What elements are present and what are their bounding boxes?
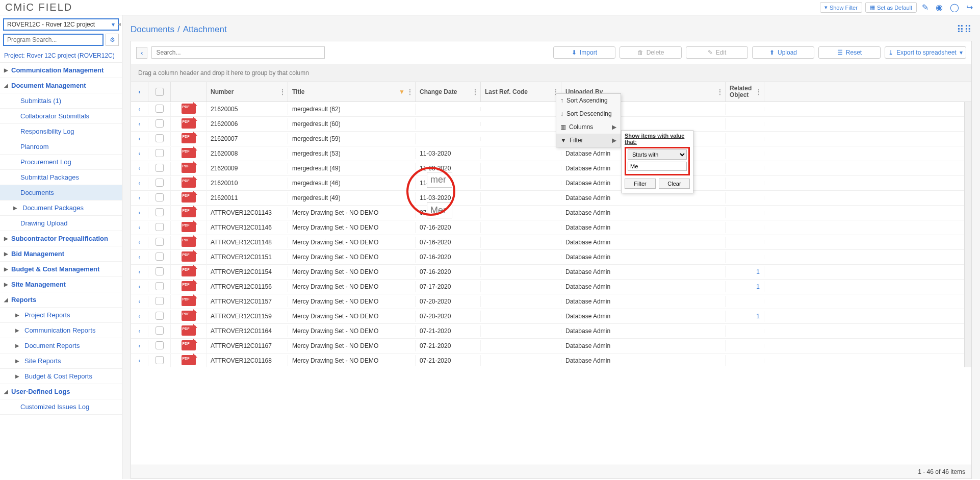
row-file-icon[interactable]	[171, 235, 207, 250]
row-related[interactable]	[726, 137, 764, 141]
sort-descending-item[interactable]: ↓Sort Descending	[556, 107, 621, 120]
sidebar-item-responsibility-log[interactable]: Responsibility Log	[0, 124, 122, 139]
row-related[interactable]	[726, 107, 764, 111]
checkbox-icon[interactable]	[156, 238, 164, 246]
row-checkbox[interactable]	[148, 354, 171, 368]
checkbox-icon[interactable]	[156, 312, 164, 320]
checkbox-icon[interactable]	[156, 252, 164, 261]
row-checkbox[interactable]	[148, 295, 171, 309]
columns-item[interactable]: ▥Columns▶	[556, 120, 621, 134]
row-related[interactable]	[726, 196, 764, 200]
row-related[interactable]	[726, 299, 764, 304]
table-row[interactable]: ‹21620009mergedresult (49)11-03-2020Data…	[131, 161, 964, 176]
set-default-button[interactable]: ▦Set as Default	[865, 2, 917, 13]
export-button[interactable]: ⤓Export to spreadsheet▾	[885, 46, 966, 59]
checkbox-icon[interactable]	[156, 208, 164, 216]
row-file-icon[interactable]	[171, 205, 207, 221]
table-row[interactable]: ‹21620010mergedresult (46)11-03-2020Data…	[131, 176, 964, 191]
nav-bid-management[interactable]: ▶Bid Management	[0, 246, 122, 262]
sidebar-item-drawing-upload[interactable]: Drawing Upload	[0, 216, 122, 231]
row-related[interactable]	[726, 255, 764, 259]
row-checkbox[interactable]	[148, 310, 171, 323]
sidebar-item-collaborator-submittals[interactable]: Collaborator Submittals	[0, 109, 122, 124]
checkbox-icon[interactable]	[156, 282, 164, 290]
sidebar-item-documents[interactable]: Documents	[0, 185, 122, 200]
sidebar-item-customized-issues-log[interactable]: Customized Issues Log	[0, 399, 122, 415]
col-number-header[interactable]: Number⋮	[207, 82, 288, 102]
nav-document-management[interactable]: ◢Document Management	[0, 78, 122, 93]
row-expand[interactable]: ‹	[131, 281, 148, 292]
checkbox-icon[interactable]	[156, 223, 164, 231]
row-checkbox[interactable]	[148, 132, 171, 146]
row-expand[interactable]: ‹	[131, 104, 148, 115]
table-row[interactable]: ‹21620008mergedresult (53)11-03-2020Data…	[131, 146, 964, 161]
row-checkbox[interactable]	[148, 250, 171, 264]
table-row[interactable]: ‹ATTROVER12C01156Mercy Drawing Set - NO …	[131, 280, 964, 294]
row-file-icon[interactable]	[171, 264, 207, 280]
row-expand[interactable]: ‹	[131, 355, 148, 366]
project-selector[interactable]: ROVER12C - Rover 12C project ▾	[3, 18, 119, 31]
sidebar-item-planroom[interactable]: Planroom	[0, 139, 122, 155]
group-by-hint[interactable]: Drag a column header and drop it here to…	[131, 64, 971, 82]
sidebar-resize-handle[interactable]: ◂	[117, 15, 122, 479]
col-expand-header[interactable]: ‹	[131, 82, 148, 102]
row-file-icon[interactable]	[171, 353, 207, 368]
sidebar-item-procurement-log[interactable]: Procurement Log	[0, 155, 122, 170]
row-file-icon[interactable]	[171, 175, 207, 191]
sort-ascending-item[interactable]: ↑Sort Ascending	[556, 94, 621, 107]
row-file-icon[interactable]	[171, 146, 207, 162]
sidebar-item-budget-cost-reports[interactable]: ▶Budget & Cost Reports	[0, 369, 122, 384]
row-file-icon[interactable]	[171, 131, 207, 147]
nav-communication[interactable]: ▶Communication Management	[0, 63, 122, 78]
row-expand[interactable]: ‹	[131, 340, 148, 351]
row-file-icon[interactable]	[171, 323, 207, 339]
col-last-ref-header[interactable]: Last Ref. Code⋮	[481, 82, 561, 102]
checkbox-icon[interactable]	[156, 326, 164, 335]
edit-button[interactable]: ✎Edit	[686, 46, 748, 59]
back-button[interactable]: ‹	[136, 47, 147, 59]
sidebar-item-site-reports[interactable]: ▶Site Reports	[0, 353, 122, 369]
table-row[interactable]: ‹ATTROVER12C01167Mercy Drawing Set - NO …	[131, 339, 964, 353]
row-expand[interactable]: ‹	[131, 192, 148, 204]
reset-button[interactable]: ☰Reset	[818, 46, 881, 59]
row-related[interactable]	[726, 225, 764, 230]
sidebar-item-submittals-1-[interactable]: Submittals (1)	[0, 93, 122, 109]
kebab-icon[interactable]: ⋮	[472, 88, 478, 95]
col-related-header[interactable]: Related Object⋮	[726, 82, 764, 102]
row-checkbox[interactable]	[148, 162, 171, 175]
row-file-icon[interactable]	[171, 102, 207, 117]
kebab-icon[interactable]: ⋮	[717, 88, 723, 95]
table-row[interactable]: ‹21620005mergedresult (62)Database Admin	[131, 102, 964, 117]
row-related[interactable]	[726, 151, 764, 156]
row-related[interactable]	[726, 211, 764, 215]
table-row[interactable]: ‹21620006mergedresult (60)Database Admin	[131, 117, 964, 132]
row-expand[interactable]: ‹	[131, 325, 148, 337]
row-related[interactable]	[726, 181, 764, 185]
row-checkbox[interactable]	[148, 280, 171, 294]
row-expand[interactable]: ‹	[131, 266, 148, 277]
row-expand[interactable]: ‹	[131, 163, 148, 174]
table-row[interactable]: ‹ATTROVER12C01157Mercy Drawing Set - NO …	[131, 294, 964, 309]
row-related[interactable]	[726, 359, 764, 363]
table-row[interactable]: ‹ATTROVER12C01151Mercy Drawing Set - NO …	[131, 250, 964, 265]
apps-grid-icon[interactable]: ⠿⠿	[957, 23, 972, 36]
row-checkbox[interactable]	[148, 324, 171, 338]
row-expand[interactable]: ‹	[131, 311, 148, 322]
col-title-header[interactable]: Title▼⋮	[288, 82, 416, 102]
table-row[interactable]: ‹ATTROVER12C01154Mercy Drawing Set - NO …	[131, 265, 964, 280]
filter-item[interactable]: ▼Filter▶	[556, 134, 621, 147]
checkbox-icon[interactable]	[156, 297, 164, 305]
row-related[interactable]	[726, 344, 764, 348]
row-expand[interactable]: ‹	[131, 133, 148, 144]
import-button[interactable]: ⬇Import	[553, 46, 615, 59]
row-checkbox[interactable]	[148, 206, 171, 220]
nav-reports[interactable]: ◢Reports	[0, 292, 122, 308]
row-checkbox[interactable]	[148, 236, 171, 249]
row-file-icon[interactable]	[171, 249, 207, 265]
checkbox-icon[interactable]	[156, 119, 164, 128]
project-label[interactable]: Project: Rover 12C project (ROVER12C)	[0, 49, 122, 63]
nav-subcontractor-prequal[interactable]: ▶Subcontractor Prequalification	[0, 231, 122, 246]
table-row[interactable]: ‹ATTROVER12C01148Mercy Drawing Set - NO …	[131, 235, 964, 250]
row-checkbox[interactable]	[148, 147, 171, 161]
kebab-icon[interactable]: ⋮	[756, 88, 762, 95]
